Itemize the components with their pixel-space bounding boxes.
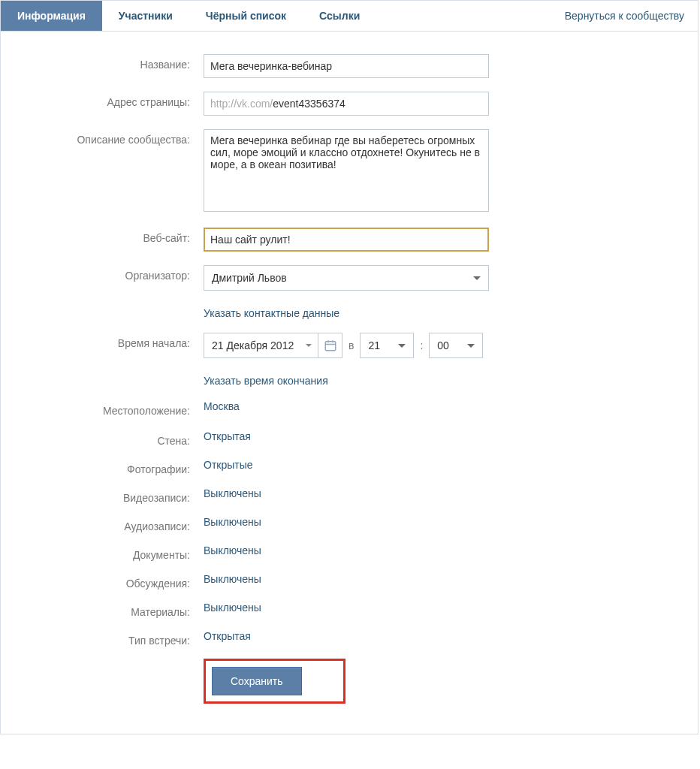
start-date-value: 21 Декабря 2012 [204, 339, 306, 351]
name-input[interactable] [204, 54, 489, 78]
audios-value[interactable]: Выключены [204, 511, 261, 528]
docs-label: Документы: [31, 544, 204, 561]
materials-label: Материалы: [31, 602, 204, 618]
photos-label: Фотографии: [31, 459, 204, 475]
name-label: Название: [31, 54, 204, 71]
description-textarea[interactable]: Мега вечеринка вебинар где вы наберетесь… [204, 129, 489, 212]
form-area: Название: Адрес страницы: http://vk.com/… [1, 32, 698, 734]
description-label: Описание сообщества: [31, 129, 204, 146]
organizer-label: Организатор: [31, 265, 204, 282]
settings-panel: Информация Участники Чёрный список Ссылк… [0, 0, 698, 734]
address-prefix: http://vk.com/ [210, 98, 273, 110]
wall-value[interactable]: Открытая [204, 426, 251, 442]
discussions-label: Обсуждения: [31, 573, 204, 590]
chevron-down-icon [467, 344, 475, 348]
back-to-community-link[interactable]: Вернуться к сообществу [565, 10, 684, 22]
start-date-input[interactable]: 21 Декабря 2012 [204, 333, 342, 358]
chevron-down-icon [306, 344, 312, 347]
videos-value[interactable]: Выключены [204, 483, 261, 499]
tab-blacklist[interactable]: Чёрный список [189, 1, 303, 31]
start-label: Время начала: [31, 333, 204, 349]
materials-value[interactable]: Выключены [204, 597, 261, 614]
chevron-down-icon [473, 276, 481, 280]
docs-value[interactable]: Выключены [204, 540, 261, 556]
chevron-down-icon [398, 344, 406, 348]
start-minute-value: 00 [437, 339, 449, 351]
videos-label: Видеозаписи: [31, 487, 204, 504]
start-minute-select[interactable]: 00 [429, 333, 483, 358]
save-highlight-box: Сохранить [204, 659, 345, 704]
audios-label: Аудиозаписи: [31, 516, 204, 532]
address-value: event43356374 [273, 98, 345, 110]
svg-rect-0 [325, 342, 336, 351]
start-hour-value: 21 [368, 339, 380, 351]
tab-info[interactable]: Информация [1, 1, 102, 31]
address-input[interactable]: http://vk.com/event43356374 [204, 92, 489, 116]
wall-label: Стена: [31, 430, 204, 447]
start-hour-select[interactable]: 21 [360, 333, 414, 358]
time-separator-v: в [348, 339, 354, 351]
photos-value[interactable]: Открытые [204, 454, 253, 471]
calendar-icon[interactable] [318, 333, 342, 357]
meettype-label: Тип встречи: [31, 630, 204, 647]
time-colon: : [420, 339, 423, 351]
discussions-value[interactable]: Выключены [204, 568, 261, 585]
website-input[interactable] [204, 228, 489, 252]
tab-members[interactable]: Участники [102, 1, 189, 31]
save-button[interactable]: Сохранить [212, 667, 302, 695]
location-value[interactable]: Москва [204, 396, 240, 412]
website-label: Веб-сайт: [31, 228, 204, 244]
address-label: Адрес страницы: [31, 92, 204, 108]
meettype-value[interactable]: Открытая [204, 626, 251, 642]
tab-links[interactable]: Ссылки [303, 1, 376, 31]
organizer-value: Дмитрий Львов [212, 272, 287, 284]
organizer-select[interactable]: Дмитрий Львов [204, 265, 489, 291]
end-time-link[interactable]: Указать время окончания [204, 372, 328, 387]
location-label: Местоположение: [31, 400, 204, 417]
tabs-row: Информация Участники Чёрный список Ссылк… [1, 1, 698, 32]
contact-info-link[interactable]: Указать контактные данные [204, 304, 339, 319]
